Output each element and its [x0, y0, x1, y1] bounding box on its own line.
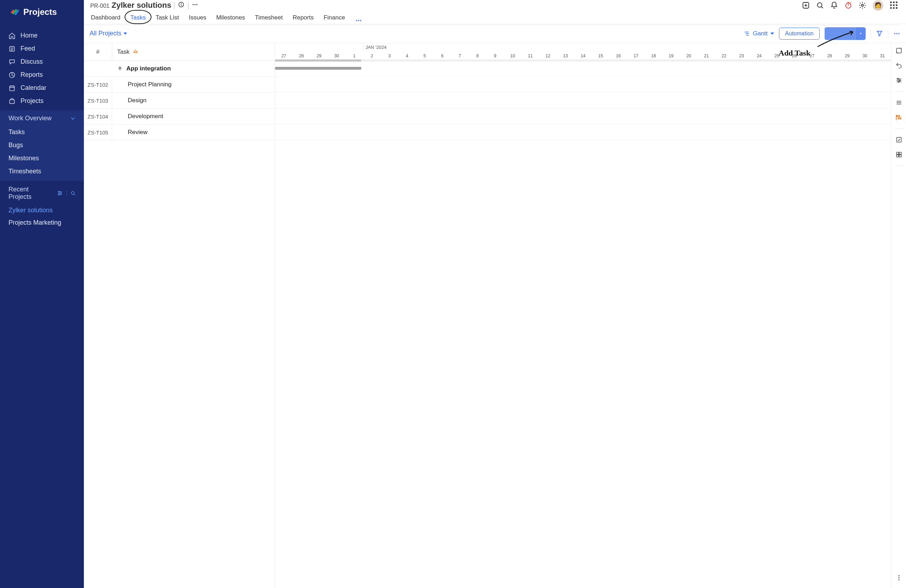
- filter-icon[interactable]: [876, 30, 883, 37]
- svg-point-3: [193, 4, 194, 5]
- day-label: 25: [768, 53, 786, 58]
- timer-icon[interactable]: [844, 2, 852, 9]
- alert-icon: [132, 49, 139, 55]
- day-label: 22: [715, 53, 733, 58]
- task-group-row[interactable]: App integration: [84, 61, 274, 77]
- task-group-name: App integration: [126, 65, 171, 72]
- svg-point-33: [61, 193, 62, 194]
- svg-rect-64: [896, 155, 898, 157]
- tabs-more-icon[interactable]: [354, 16, 363, 25]
- sidebar-item-label: Projects: [21, 97, 43, 105]
- sidebar-item-discuss[interactable]: Discuss: [0, 55, 84, 68]
- tab-milestones[interactable]: Milestones: [215, 11, 246, 25]
- sidebar-item-calendar[interactable]: Calendar: [0, 81, 84, 94]
- sidebar-item-home[interactable]: Home: [0, 29, 84, 42]
- baseline-icon[interactable]: [895, 113, 903, 121]
- sidebar-item-reports[interactable]: Reports: [0, 68, 84, 81]
- settings-sliders-icon[interactable]: [895, 76, 903, 84]
- expand-icon[interactable]: [895, 47, 903, 54]
- gear-icon[interactable]: [858, 2, 866, 9]
- timeline-row: [275, 77, 891, 93]
- task-id: ZS-T104: [84, 108, 112, 124]
- day-label: 2: [363, 53, 381, 58]
- group-toggle-icon[interactable]: [117, 66, 123, 72]
- work-overview-item-bugs[interactable]: Bugs: [0, 139, 84, 152]
- task-row[interactable]: ZS-T104Development: [84, 108, 274, 124]
- day-label: 11: [522, 53, 539, 58]
- project-filter-dropdown[interactable]: All Projects: [89, 30, 127, 37]
- svg-point-15: [861, 4, 863, 6]
- search-projects-icon[interactable]: [70, 190, 76, 196]
- info-icon[interactable]: [177, 1, 185, 8]
- avatar[interactable]: 🧑: [873, 0, 883, 11]
- day-label: 9: [486, 53, 504, 58]
- work-overview-list: TasksBugsMilestonesTimesheets: [0, 126, 84, 181]
- svg-point-2: [181, 3, 182, 3]
- toolbar-more-icon[interactable]: [893, 30, 900, 37]
- recent-project-item[interactable]: Zylker solutions: [0, 204, 84, 217]
- home-icon: [8, 32, 16, 39]
- view-type-dropdown[interactable]: Gantt: [743, 30, 774, 37]
- sidebar-item-label: Home: [21, 32, 38, 39]
- app-grid-icon[interactable]: [890, 2, 898, 9]
- tab-issues[interactable]: Issues: [188, 11, 207, 25]
- gantt-icon: [743, 30, 750, 37]
- tab-finance[interactable]: Finance: [323, 11, 345, 25]
- header-more-icon[interactable]: [191, 1, 199, 8]
- automation-button[interactable]: Automation: [779, 28, 820, 40]
- add-task-dropdown[interactable]: [855, 27, 866, 40]
- undo-icon[interactable]: [895, 62, 903, 69]
- search-icon[interactable]: [816, 2, 824, 9]
- recent-projects-title: Recent Projects: [8, 186, 50, 201]
- sidebar-item-projects[interactable]: Projects: [0, 94, 84, 108]
- rail-more-icon[interactable]: [895, 574, 903, 582]
- task-row[interactable]: ZS-T102Project Planning: [84, 77, 274, 93]
- tab-dashboard[interactable]: Dashboard: [90, 11, 121, 25]
- work-overview-header[interactable]: Work Overview: [0, 110, 84, 126]
- svg-rect-65: [899, 155, 901, 157]
- work-overview-item-milestones[interactable]: Milestones: [0, 152, 84, 165]
- svg-point-67: [898, 577, 899, 578]
- svg-point-4: [195, 4, 196, 5]
- day-label: 7: [451, 53, 469, 58]
- sidebar-item-feed[interactable]: Feed: [0, 42, 84, 55]
- day-label: 23: [733, 53, 751, 58]
- caret-down-icon: [858, 32, 863, 36]
- checkbox-icon[interactable]: [895, 136, 903, 143]
- svg-point-41: [896, 33, 897, 34]
- task-row[interactable]: ZS-T105Review: [84, 124, 274, 140]
- topbar: Projects PR-001 Zylker solutions | |: [0, 0, 906, 24]
- tab-timesheet[interactable]: Timesheet: [254, 11, 284, 25]
- day-label: 26: [786, 53, 803, 58]
- day-label: 30: [856, 53, 874, 58]
- svg-rect-59: [898, 118, 901, 119]
- timeline-row: [275, 124, 891, 140]
- recent-project-item[interactable]: Projects Marketing: [0, 217, 84, 229]
- app-logo-block[interactable]: Projects: [0, 0, 84, 24]
- work-overview-item-tasks[interactable]: Tasks: [0, 126, 84, 139]
- work-overview-item-timesheets[interactable]: Timesheets: [0, 165, 84, 178]
- add-task-button[interactable]: [825, 27, 866, 40]
- caret-down-icon: [770, 33, 774, 35]
- rows-icon[interactable]: [895, 99, 903, 107]
- reports-icon: [8, 72, 16, 78]
- recent-projects-list: Zylker solutionsProjects Marketing: [0, 204, 84, 229]
- svg-point-5: [196, 4, 198, 5]
- tab-tasks[interactable]: Tasks: [129, 11, 146, 25]
- annotation-circle: [124, 10, 151, 24]
- day-label: 17: [627, 53, 645, 58]
- grid-view-icon[interactable]: [895, 151, 903, 158]
- add-icon[interactable]: [802, 2, 810, 9]
- tab-reports[interactable]: Reports: [292, 11, 314, 25]
- svg-rect-62: [896, 152, 898, 154]
- svg-rect-63: [899, 152, 901, 154]
- add-task-main[interactable]: [825, 27, 855, 40]
- tab-task-list[interactable]: Task List: [155, 11, 180, 25]
- svg-point-9: [818, 3, 822, 7]
- task-row[interactable]: ZS-T103Design: [84, 93, 274, 108]
- bell-icon[interactable]: [830, 2, 838, 9]
- project-name: Zylker solutions: [112, 1, 171, 10]
- sliders-icon[interactable]: [57, 190, 63, 196]
- gantt-timeline[interactable]: JAN '2024 272829301234567891011121314151…: [275, 43, 891, 588]
- task-name: Development: [112, 113, 274, 120]
